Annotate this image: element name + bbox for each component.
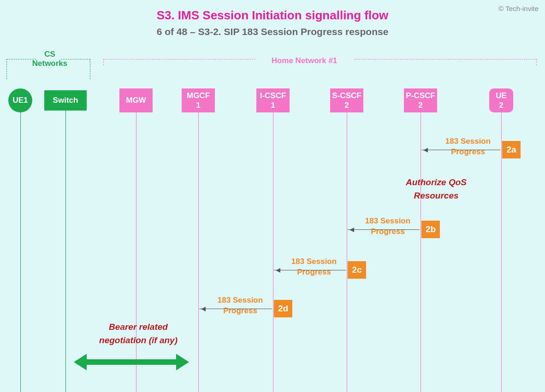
- bearer-bidirectional-arrow: [78, 359, 184, 365]
- lifeline-scscf2: [347, 112, 347, 392]
- group-home-bracket-l: [103, 59, 255, 65]
- lifeline-icscf1: [273, 112, 273, 392]
- node-mgcf1: MGCF1: [182, 88, 215, 112]
- group-home-network-label: Home Network #1: [254, 56, 355, 65]
- msg-2b-label: 183 SessionProgress: [353, 216, 422, 237]
- step-2d-box: 2d: [274, 300, 292, 317]
- node-ue1: UE1: [8, 88, 32, 112]
- group-cs-bracket-r: [61, 59, 90, 79]
- group-home-bracket-r: [354, 59, 537, 65]
- diagram-subtitle: 6 of 48 – S3-2. SIP 183 Session Progress…: [0, 23, 545, 37]
- step-2c-box: 2c: [348, 261, 366, 279]
- msg-2d-label: 183 SessionProgress: [206, 295, 275, 316]
- node-pcscf2: P-CSCF2: [404, 88, 437, 112]
- lifeline-pcscf2: [421, 112, 421, 392]
- lifeline-mgcf1: [198, 112, 199, 392]
- node-scscf2: S-CSCF2: [330, 88, 363, 112]
- lifeline-switch: [65, 111, 66, 392]
- node-switch: Switch: [44, 90, 87, 111]
- note-bearer-negotiation: Bearer relatednegotiation (if any): [78, 321, 198, 347]
- note-authorize-qos: Authorize QoSResources: [390, 176, 482, 202]
- node-icscf1: I-CSCF1: [256, 88, 290, 112]
- step-2a-box: 2a: [502, 141, 521, 158]
- lifeline-mgw: [136, 112, 136, 392]
- node-mgw: MGW: [119, 88, 153, 112]
- node-ue2: UE2: [489, 88, 513, 112]
- group-cs-bracket: [6, 59, 36, 79]
- msg-2a-label: 183 SessionProgress: [433, 136, 503, 158]
- copyright-text: © Tech-invite: [498, 5, 539, 12]
- step-2b-box: 2b: [421, 221, 440, 238]
- diagram-canvas: CSNetworks Home Network #1 UE1 Switch MG…: [0, 46, 545, 392]
- lifeline-ue1: [20, 112, 21, 392]
- msg-2c-label: 183 SessionProgress: [279, 257, 349, 278]
- diagram-title: S3. IMS Session Initiation signalling fl…: [0, 0, 545, 23]
